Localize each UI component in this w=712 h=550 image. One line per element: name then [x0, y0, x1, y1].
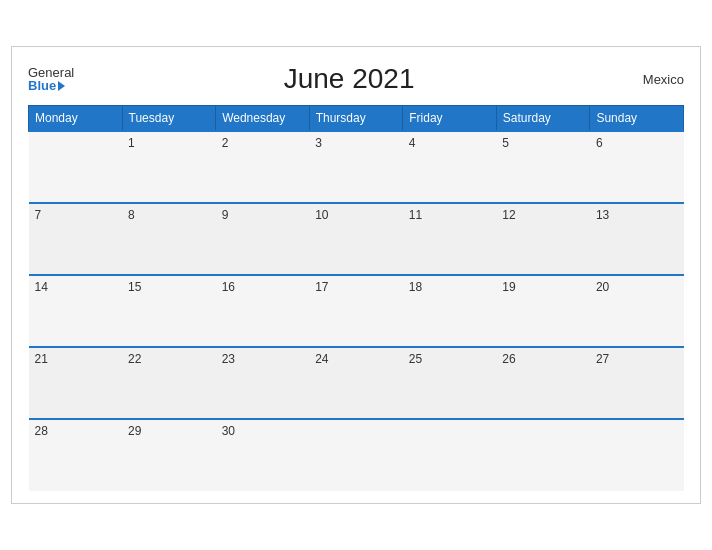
day-number: 17	[315, 280, 328, 294]
day-cell: 11	[403, 203, 497, 275]
day-cell: 27	[590, 347, 684, 419]
week-row-2: 14151617181920	[29, 275, 684, 347]
day-cell: 24	[309, 347, 403, 419]
col-header-friday: Friday	[403, 106, 497, 132]
calendar-table: MondayTuesdayWednesdayThursdayFridaySatu…	[28, 105, 684, 491]
day-cell: 13	[590, 203, 684, 275]
day-cell: 25	[403, 347, 497, 419]
day-cell: 5	[496, 131, 590, 203]
col-header-saturday: Saturday	[496, 106, 590, 132]
day-cell: 1	[122, 131, 216, 203]
day-number: 7	[35, 208, 42, 222]
day-number: 3	[315, 136, 322, 150]
day-cell: 14	[29, 275, 123, 347]
day-number: 30	[222, 424, 235, 438]
day-number: 10	[315, 208, 328, 222]
day-number: 25	[409, 352, 422, 366]
day-cell: 6	[590, 131, 684, 203]
day-cell	[29, 131, 123, 203]
day-cell: 29	[122, 419, 216, 491]
day-cell: 15	[122, 275, 216, 347]
calendar-title: June 2021	[74, 63, 624, 95]
week-row-4: 282930	[29, 419, 684, 491]
day-cell: 3	[309, 131, 403, 203]
calendar: General Blue June 2021 Mexico MondayTues…	[11, 46, 701, 504]
day-cell: 16	[216, 275, 310, 347]
day-number: 24	[315, 352, 328, 366]
day-cell: 2	[216, 131, 310, 203]
col-header-thursday: Thursday	[309, 106, 403, 132]
logo-blue-text: Blue	[28, 79, 74, 92]
logo: General Blue	[28, 66, 74, 92]
day-cell: 9	[216, 203, 310, 275]
day-cell: 7	[29, 203, 123, 275]
day-cell: 30	[216, 419, 310, 491]
day-number: 11	[409, 208, 422, 222]
day-cell: 19	[496, 275, 590, 347]
day-cell: 12	[496, 203, 590, 275]
day-cell: 10	[309, 203, 403, 275]
col-header-sunday: Sunday	[590, 106, 684, 132]
day-number: 15	[128, 280, 141, 294]
day-number: 2	[222, 136, 229, 150]
day-number: 8	[128, 208, 135, 222]
day-number: 9	[222, 208, 229, 222]
day-cell: 21	[29, 347, 123, 419]
day-cell: 20	[590, 275, 684, 347]
day-number: 14	[35, 280, 48, 294]
day-cell: 17	[309, 275, 403, 347]
day-number: 26	[502, 352, 515, 366]
week-row-1: 78910111213	[29, 203, 684, 275]
day-cell	[496, 419, 590, 491]
col-header-tuesday: Tuesday	[122, 106, 216, 132]
day-cell: 28	[29, 419, 123, 491]
day-cell	[590, 419, 684, 491]
day-cell: 23	[216, 347, 310, 419]
day-cell: 18	[403, 275, 497, 347]
day-number: 29	[128, 424, 141, 438]
day-cell	[309, 419, 403, 491]
week-row-3: 21222324252627	[29, 347, 684, 419]
calendar-header: General Blue June 2021 Mexico	[28, 63, 684, 95]
day-number: 28	[35, 424, 48, 438]
calendar-country: Mexico	[624, 72, 684, 87]
logo-triangle-icon	[58, 81, 65, 91]
day-number: 4	[409, 136, 416, 150]
day-number: 18	[409, 280, 422, 294]
day-number: 16	[222, 280, 235, 294]
day-cell: 8	[122, 203, 216, 275]
week-row-0: 123456	[29, 131, 684, 203]
day-cell: 4	[403, 131, 497, 203]
day-number: 22	[128, 352, 141, 366]
day-number: 27	[596, 352, 609, 366]
day-number: 5	[502, 136, 509, 150]
day-number: 12	[502, 208, 515, 222]
day-cell	[403, 419, 497, 491]
day-number: 21	[35, 352, 48, 366]
col-header-monday: Monday	[29, 106, 123, 132]
day-number: 13	[596, 208, 609, 222]
day-number: 1	[128, 136, 135, 150]
calendar-body: 1234567891011121314151617181920212223242…	[29, 131, 684, 491]
day-cell: 22	[122, 347, 216, 419]
day-number: 19	[502, 280, 515, 294]
calendar-header-row: MondayTuesdayWednesdayThursdayFridaySatu…	[29, 106, 684, 132]
day-number: 20	[596, 280, 609, 294]
day-number: 23	[222, 352, 235, 366]
day-number: 6	[596, 136, 603, 150]
day-cell: 26	[496, 347, 590, 419]
col-header-wednesday: Wednesday	[216, 106, 310, 132]
